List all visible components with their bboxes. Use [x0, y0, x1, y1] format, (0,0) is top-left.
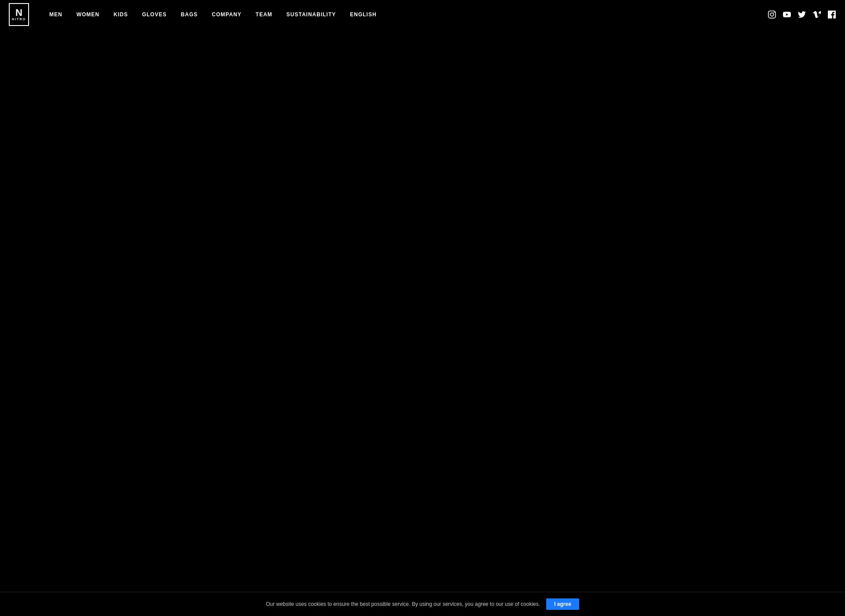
- vimeo-icon[interactable]: [812, 10, 821, 19]
- site-header: N NITRO MEN WOMEN KIDS GLOVES BAGS COMPA…: [0, 0, 845, 29]
- header-left: N NITRO MEN WOMEN KIDS GLOVES BAGS COMPA…: [9, 3, 384, 26]
- twitter-icon[interactable]: [797, 10, 806, 19]
- logo-link[interactable]: N NITRO: [9, 3, 29, 26]
- cookie-bar: Our website uses cookies to ensure the b…: [0, 592, 845, 616]
- logo-inner: N NITRO: [12, 8, 26, 21]
- nav-team[interactable]: TEAM: [249, 11, 279, 18]
- main-nav: MEN WOMEN KIDS GLOVES BAGS COMPANY TEAM …: [42, 11, 384, 18]
- nav-english[interactable]: ENGLISH: [343, 11, 383, 18]
- logo-letter: N: [15, 8, 22, 18]
- nav-women[interactable]: WOMEN: [70, 11, 107, 18]
- nav-men[interactable]: MEN: [42, 11, 70, 18]
- facebook-icon[interactable]: [827, 10, 836, 19]
- nav-gloves[interactable]: GLOVES: [135, 11, 174, 18]
- nav-sustainability[interactable]: SUSTAINABILITY: [279, 11, 343, 18]
- cookie-agree-button[interactable]: I agree: [546, 598, 579, 610]
- nav-bags[interactable]: BAGS: [174, 11, 205, 18]
- cookie-text: Our website uses cookies to ensure the b…: [266, 601, 540, 607]
- instagram-icon[interactable]: [768, 10, 776, 19]
- main-content: [0, 0, 845, 587]
- logo-brand: NITRO: [12, 18, 26, 21]
- youtube-icon[interactable]: [783, 10, 791, 19]
- nav-kids[interactable]: KIDS: [107, 11, 135, 18]
- nav-company[interactable]: COMPANY: [205, 11, 248, 18]
- social-icons: [768, 10, 836, 19]
